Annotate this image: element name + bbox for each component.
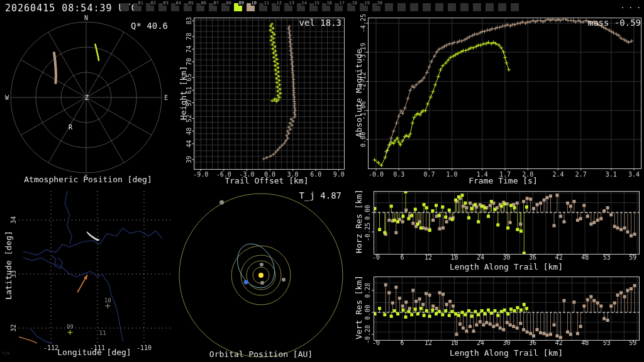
panel-light-curve [349,15,644,189]
frame-tab-number: 03 [163,1,169,6]
frame-tab-number: 06 [201,1,207,6]
map-xlabel: Longitude [deg] [13,348,176,357]
frame-tab-blank[interactable] [448,3,456,11]
frame-tab-number: 04 [175,1,182,6]
frame-tabs: 0102030405060708091011121314151617181920 [121,3,519,11]
frame-tab-number: 10 [251,1,257,6]
panel-orbital-position [176,189,349,362]
frame-tab-blank[interactable] [486,3,494,11]
frame-tab-14[interactable]: 14 [297,3,305,11]
frame-tab-blank[interactable] [511,3,519,11]
map-ylabel: Latitude [deg] [4,231,13,300]
frame-tab-number: 16 [326,1,333,6]
menu-dots[interactable]: ... [620,1,644,10]
frame-tab-04[interactable]: 04 [171,3,179,11]
frame-tab-number: 17 [339,1,345,6]
mass-value: mass -0.59 [572,18,641,28]
frame-tab-08[interactable]: 08 [221,3,230,11]
vert-ylabel: Vert Res [km] [354,275,364,339]
frame-tab-09[interactable]: 09 [234,3,242,11]
frame-tab-11[interactable]: 11 [259,3,267,11]
frame-tab-05[interactable]: 05 [184,3,192,11]
frame-tab-20[interactable]: 20 [372,3,380,11]
frame-tab-number: 18 [352,1,358,6]
frame-tab-18[interactable]: 18 [347,3,355,11]
velocity-value: vel 18.3 [285,18,341,28]
trail-xlabel: Trail Offset [km] [188,176,345,185]
frame-tab-blank[interactable] [498,3,506,11]
frame-tab-01[interactable]: 01 [133,3,142,11]
frame-tab-19[interactable]: 19 [360,3,368,11]
frame-tab-02[interactable]: 02 [146,3,154,11]
tisserand-value: T_j 4.87 [279,190,341,200]
frame-tab-blank[interactable] [473,3,481,11]
frame-tab-number: 13 [289,1,295,6]
frame-tab-12[interactable]: 12 [272,3,280,11]
frame-tab-number: 20 [377,1,383,6]
horz-ylabel: Horz Res [km] [354,189,364,253]
frame-tab-blank[interactable] [385,3,393,11]
frame-tab-15[interactable]: 15 [309,3,318,11]
frame-tab-number: 15 [314,1,320,6]
meteor-analysis-app: 20260415 08:54:39 UTC 010203040506070809… [0,0,644,362]
panel-ground-map [0,189,176,362]
frame-tab-number: 12 [276,1,282,6]
frame-tab-blank[interactable] [410,3,418,11]
q-star-value: Q* 40.6 [111,21,168,31]
frame-tab-blank[interactable] [460,3,469,11]
frame-tab-number: 08 [226,1,232,6]
frame-tab-number: 14 [301,1,308,6]
frame-tab-06[interactable]: 06 [196,3,204,11]
frame-tab-number: 02 [150,1,157,6]
frame-tab-number: 05 [188,1,194,6]
panel-atmospheric-position [0,15,176,189]
trail-ylabel: Height [km] [179,66,188,120]
orbit-title: Orbital Position [AU] [179,349,343,359]
vert-xlabel: Length Along Trail [km] [387,348,626,358]
frame-tab-03[interactable]: 03 [158,3,167,11]
frame-tab-17[interactable]: 17 [335,3,343,11]
watermark: rjw [2,351,10,356]
frame-tab-blank[interactable] [121,3,129,11]
frame-tab-number: 07 [213,1,219,6]
frame-tab-16[interactable]: 16 [322,3,330,11]
frame-tab-blank[interactable] [397,3,406,11]
frame-tab-number: 09 [238,1,245,6]
frame-tab-blank[interactable] [435,3,443,11]
panel-residuals [349,189,644,362]
frame-tab-number: 01 [138,1,144,6]
horz-xlabel: Length Along Trail [km] [387,262,626,272]
panel-trail-offset [176,15,349,189]
frame-tab-13[interactable]: 13 [284,3,292,11]
frame-tab-07[interactable]: 07 [209,3,217,11]
frame-tab-blank[interactable] [423,3,431,11]
frame-tab-number: 11 [264,1,270,6]
frame-tab-10[interactable]: 10 [247,3,255,11]
mag-xlabel: Frame Time [s] [384,176,623,185]
clock: 20260415 08:54:39 UTC [5,3,138,14]
atmospheric-title: Atmospheric Position [deg] [0,175,176,184]
mag-ylabel: Absolute Magnitude [354,49,364,138]
frame-tab-number: 19 [364,1,370,6]
